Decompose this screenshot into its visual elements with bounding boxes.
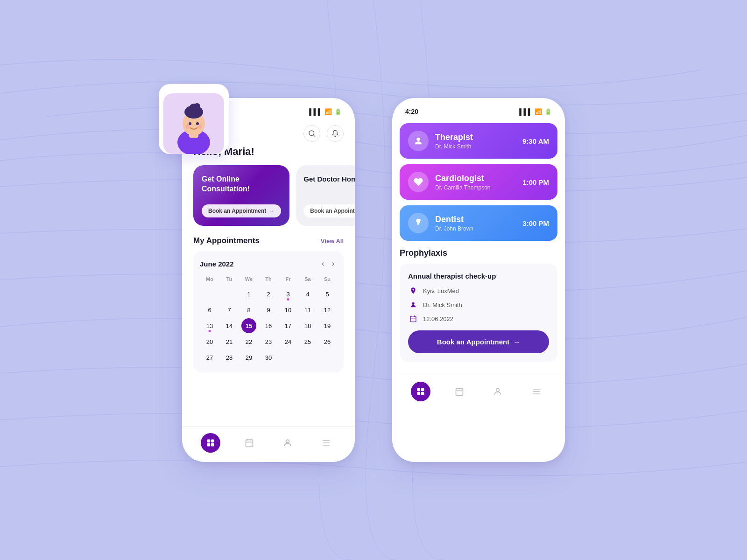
svg-point-9: [185, 124, 190, 129]
cal-day-25[interactable]: 25: [300, 334, 315, 349]
svg-rect-27: [410, 316, 416, 322]
dentist-appointment-card[interactable]: Dentist Dr. John Brown 3:00 PM: [400, 205, 557, 241]
home-visit-card[interactable]: Get Doctor Home Visit Book an Appointmen…: [296, 165, 355, 226]
calendar-prev-button[interactable]: ‹: [319, 259, 327, 269]
calendar: June 2022 ‹ › Mo Tu We Th Fr Sa: [193, 251, 344, 372]
wifi-icon: 📶: [324, 108, 332, 115]
svg-point-20: [286, 440, 289, 443]
cal-day-30[interactable]: 30: [261, 350, 276, 365]
cal-day-15-today[interactable]: 15: [241, 318, 256, 333]
svg-point-6: [194, 103, 200, 110]
cal-day-26[interactable]: 26: [320, 334, 335, 349]
cal-day-14[interactable]: 14: [222, 318, 237, 333]
search-button[interactable]: [303, 125, 320, 142]
prophylaxis-date-row: 12.06.2022: [408, 314, 549, 324]
cal-day-22[interactable]: 22: [241, 334, 256, 349]
wifi-icon: 📶: [535, 108, 542, 115]
cal-day-24[interactable]: 24: [281, 334, 296, 349]
cardiologist-time: 1:00 PM: [522, 178, 549, 186]
day-header-fr: Fr: [278, 274, 298, 286]
phone1-wrapper: ▌▌▌ 📶 🔋 Hello, Maria!: [182, 98, 355, 462]
avatar-card: [159, 84, 229, 154]
cal-day-29[interactable]: 29: [241, 350, 256, 365]
cardiologist-doctor: Dr. Camilla Thompson: [435, 184, 491, 191]
svg-rect-13: [211, 440, 214, 443]
cal-day-17[interactable]: 17: [281, 318, 296, 333]
cardiologist-appointment-card[interactable]: Cardiologist Dr. Camilla Thompson 1:00 P…: [400, 164, 557, 200]
calendar-grid: Mo Tu We Th Fr Sa Su 1 2 3 4: [200, 274, 337, 365]
cal-day-16[interactable]: 16: [261, 318, 276, 333]
cal-day-21[interactable]: 21: [222, 334, 237, 349]
nav-calendar-button[interactable]: [240, 433, 259, 453]
cal-day-10[interactable]: 10: [281, 302, 296, 317]
battery-icon: 🔋: [544, 108, 552, 115]
cal-day-12[interactable]: 12: [320, 302, 335, 317]
cal-day-5[interactable]: 5: [320, 287, 335, 301]
therapist-info: Therapist Dr. Mick Smith: [408, 131, 473, 151]
notification-button[interactable]: [327, 125, 344, 142]
prophylaxis-card: Annual therapist check-up Kyiv, LuxMed D…: [400, 264, 557, 362]
cal-day-3[interactable]: 3: [281, 287, 296, 301]
cal-day-2[interactable]: 2: [261, 287, 276, 301]
cal-day-4[interactable]: 4: [300, 287, 315, 301]
cardiologist-icon: [408, 172, 429, 192]
prophylaxis-location: Kyiv, LuxMed: [423, 287, 459, 294]
cardiologist-title: Cardiologist: [435, 174, 491, 183]
appointments-header: My Appointments View All: [193, 236, 344, 245]
svg-point-10: [197, 124, 202, 129]
svg-point-24: [416, 138, 420, 141]
cal-day-6[interactable]: 6: [202, 302, 217, 317]
quick-actions-row: Get Online Consultation! Book an Appoint…: [193, 165, 344, 226]
cal-day-28[interactable]: 28: [222, 350, 237, 365]
online-consultation-card[interactable]: Get Online Consultation! Book an Appoint…: [193, 165, 289, 226]
signal-icon: ▌▌▌: [519, 108, 532, 115]
dentist-doctor: Dr. John Brown: [435, 225, 473, 232]
book-online-consultation-button[interactable]: Book an Appointment →: [202, 204, 281, 217]
dentist-info: Dentist Dr. John Brown: [408, 213, 473, 233]
therapist-appointment-card[interactable]: Therapist Dr. Mick Smith 9:30 AM: [400, 123, 557, 159]
cal-day-19[interactable]: 19: [320, 318, 335, 333]
nav2-profile-button[interactable]: [488, 382, 507, 401]
cal-day-27[interactable]: 27: [202, 350, 217, 365]
appointments-title: My Appointments: [193, 236, 260, 245]
calendar-navigation: ‹ ›: [319, 259, 337, 269]
prophylaxis-date: 12.06.2022: [423, 315, 453, 322]
nav2-home-button[interactable]: [411, 382, 430, 401]
prophylaxis-location-row: Kyiv, LuxMed: [408, 286, 549, 296]
cal-day-23[interactable]: 23: [261, 334, 276, 349]
calendar-header: June 2022 ‹ ›: [200, 259, 337, 269]
cal-day-8[interactable]: 8: [241, 302, 256, 317]
nav2-menu-button[interactable]: [527, 382, 546, 401]
nav-home-button[interactable]: [201, 433, 220, 453]
cal-day-11[interactable]: 11: [300, 302, 315, 317]
cal-day-7[interactable]: 7: [222, 302, 237, 317]
svg-rect-35: [456, 388, 463, 395]
nav2-calendar-button[interactable]: [450, 382, 469, 401]
cal-day-13[interactable]: 13: [202, 318, 217, 333]
view-all-button[interactable]: View All: [321, 238, 344, 245]
svg-point-39: [496, 388, 500, 392]
svg-rect-12: [207, 440, 211, 443]
cal-empty: [202, 287, 217, 301]
svg-rect-34: [421, 392, 424, 395]
cal-day-18[interactable]: 18: [300, 318, 315, 333]
book-home-visit-button[interactable]: Book an Appointment →: [303, 204, 355, 217]
phone2-time: 4:20: [405, 108, 418, 115]
calendar-next-button[interactable]: ›: [329, 259, 337, 269]
day-header-su: Su: [317, 274, 337, 286]
svg-point-25: [419, 219, 421, 221]
nav-profile-button[interactable]: [278, 433, 297, 453]
dentist-title: Dentist: [435, 215, 473, 224]
book-appointment-button[interactable]: Book an Appointment →: [408, 330, 549, 353]
phone2-bottom-nav: [392, 375, 565, 411]
cal-day-9[interactable]: 9: [261, 302, 276, 317]
therapist-time: 9:30 AM: [522, 137, 549, 145]
cardiologist-info: Cardiologist Dr. Camilla Thompson: [408, 172, 491, 192]
nav-menu-button[interactable]: [317, 433, 336, 453]
home-visit-title: Get Doctor Home Visit: [303, 175, 355, 184]
prophylaxis-doctor: Dr. Mick Smith: [423, 301, 462, 308]
cal-day-20[interactable]: 20: [202, 334, 217, 349]
signal-icon: ▌▌▌: [309, 108, 322, 115]
phone1-bottom-nav: [182, 426, 355, 462]
cal-day-1[interactable]: 1: [241, 287, 256, 301]
